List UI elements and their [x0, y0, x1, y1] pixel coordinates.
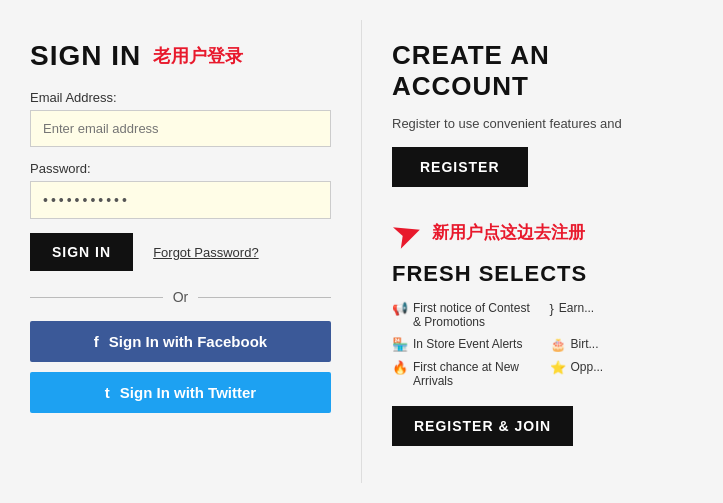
page-container: SIGN IN 老用户登录 Email Address: Password: S…: [0, 0, 723, 503]
arrow-icon: ➤: [386, 209, 429, 259]
password-input[interactable]: [30, 181, 331, 219]
create-account-panel: CREATE AN ACCOUNT Register to use conven…: [362, 20, 723, 483]
register-button[interactable]: REGISTER: [392, 147, 528, 187]
feature-text-3: First chance at New Arrivals: [413, 360, 536, 388]
chinese-label-1: 老用户登录: [153, 44, 243, 68]
twitter-signin-button[interactable]: t Sign In with Twitter: [30, 372, 331, 413]
feature-text-5: Birt...: [571, 337, 599, 351]
twitter-icon: t: [105, 384, 110, 401]
new-user-label-row: ➤ 新用户点这边去注册: [392, 217, 693, 255]
features-grid: 📢 First notice of Contest & Promotions }…: [392, 301, 693, 388]
feature-text-6: Opp...: [571, 360, 604, 374]
sign-in-button[interactable]: SIGN IN: [30, 233, 133, 271]
register-row: REGISTER: [392, 147, 693, 209]
register-join-button[interactable]: REGISTER & JOIN: [392, 406, 573, 446]
sign-in-panel: SIGN IN 老用户登录 Email Address: Password: S…: [0, 20, 362, 483]
feature-text-1: First notice of Contest & Promotions: [413, 301, 536, 329]
or-text: Or: [173, 289, 189, 305]
or-divider: Or: [30, 289, 331, 305]
twitter-btn-label: Sign In with Twitter: [120, 384, 256, 401]
megaphone-icon: 📢: [392, 301, 408, 316]
password-group: Password:: [30, 161, 331, 219]
facebook-signin-button[interactable]: f Sign In with Facebook: [30, 321, 331, 362]
store-icon: 🏪: [392, 337, 408, 352]
create-account-title: CREATE AN ACCOUNT: [392, 40, 693, 102]
birthday-icon: 🎂: [550, 337, 566, 352]
fire-icon: 🔥: [392, 360, 408, 375]
chinese-label-2: 新用户点这边去注册: [432, 221, 585, 244]
facebook-icon: f: [94, 333, 99, 350]
earn-icon: }: [550, 301, 554, 316]
email-input[interactable]: [30, 110, 331, 147]
feature-item-3: 🔥 First chance at New Arrivals: [392, 360, 536, 388]
feature-item-4: } Earn...: [550, 301, 694, 329]
facebook-btn-label: Sign In with Facebook: [109, 333, 267, 350]
feature-item-2: 🏪 In Store Event Alerts: [392, 337, 536, 352]
feature-item-5: 🎂 Birt...: [550, 337, 694, 352]
fresh-selects-title: FRESH SELECTS: [392, 261, 693, 287]
email-label: Email Address:: [30, 90, 331, 105]
feature-item-6: ⭐ Opp...: [550, 360, 694, 388]
star-icon: ⭐: [550, 360, 566, 375]
forgot-password-link[interactable]: Forgot Password?: [153, 245, 259, 260]
sign-in-header: SIGN IN 老用户登录: [30, 40, 331, 72]
register-description: Register to use convenient features and: [392, 116, 693, 131]
sign-in-title: SIGN IN: [30, 40, 141, 72]
email-group: Email Address:: [30, 90, 331, 147]
feature-text-4: Earn...: [559, 301, 594, 315]
feature-text-2: In Store Event Alerts: [413, 337, 522, 351]
password-label: Password:: [30, 161, 331, 176]
form-actions: SIGN IN Forgot Password?: [30, 233, 331, 271]
feature-item-1: 📢 First notice of Contest & Promotions: [392, 301, 536, 329]
